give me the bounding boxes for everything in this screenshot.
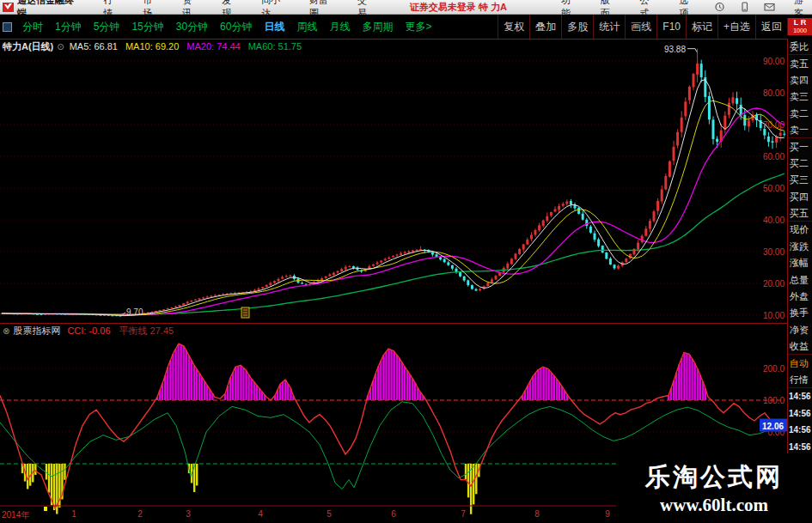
- period-button-2[interactable]: 5分钟: [88, 20, 126, 34]
- toolbar-button-0[interactable]: 复权: [498, 15, 529, 39]
- sidebar-row-0[interactable]: 委比: [788, 39, 812, 55]
- svg-text:30.00: 30.00: [763, 247, 785, 257]
- svg-text:10.00: 10.00: [763, 311, 785, 320]
- sidebar-row-6[interactable]: 买一: [788, 138, 812, 155]
- toolbar-button-5[interactable]: F10: [656, 15, 686, 39]
- sidebar-row-8[interactable]: 买三: [788, 172, 812, 188]
- period-button-9[interactable]: 多周期: [356, 20, 399, 34]
- lr-badge[interactable]: L R 1000: [787, 18, 812, 35]
- mail-icon[interactable]: [764, 2, 775, 12]
- svg-text:9.70: 9.70: [126, 307, 143, 317]
- period-button-4[interactable]: 30分钟: [170, 20, 214, 34]
- sidebar-quote-label[interactable]: 行情: [788, 372, 812, 388]
- sidebar-row-15[interactable]: 外盘: [788, 289, 812, 305]
- sidebar-row-2[interactable]: 卖四: [788, 72, 812, 88]
- sidebar-row-5[interactable]: 卖一: [788, 122, 812, 138]
- indicator-header: ⊗ 股票指标网 CCI: -0.06 平衡线 27.45: [0, 324, 787, 338]
- period-button-6[interactable]: 日线: [258, 20, 290, 34]
- sidebar-row-9[interactable]: 买四: [788, 189, 812, 205]
- toolbar-right-buttons: 复权叠加多股统计画线F10标记+自选返回: [498, 15, 787, 39]
- window-icon[interactable]: [3, 22, 12, 32]
- quote-sidebar: 委比卖五卖四卖三卖二卖一买一买二买三买四买五现价涨跌涨幅总量外盘换手净资收益自动…: [787, 39, 812, 523]
- svg-text:100.0: 100.0: [763, 396, 785, 405]
- sidebar-row-3[interactable]: 卖三: [788, 88, 812, 105]
- period-button-8[interactable]: 月线: [323, 20, 356, 34]
- sidebar-time-3: 14:56: [788, 438, 812, 454]
- sidebar-row-16[interactable]: 换手: [788, 305, 812, 321]
- ma-label-0: MA5: 66.81: [70, 41, 118, 52]
- svg-text:200.0: 200.0: [763, 364, 785, 374]
- sidebar-time-1: 14:56: [788, 405, 812, 422]
- x-axis-month-0: 1: [71, 509, 76, 519]
- toolbar-button-1[interactable]: 叠加: [529, 15, 561, 39]
- watermark: 乐淘公式网 www.60lt.com: [616, 453, 812, 523]
- period-button-0[interactable]: 分时: [16, 20, 49, 34]
- ma-labels: MA5: 66.81MA10: 69.20MA20: 74.44MA60: 51…: [70, 41, 309, 52]
- toolbar-button-7[interactable]: +自选: [717, 15, 755, 39]
- period-button-3[interactable]: 15分钟: [125, 20, 169, 34]
- svg-text:12.06: 12.06: [762, 422, 784, 431]
- svg-text:50.00: 50.00: [763, 184, 785, 193]
- ma-label-2: MA20: 74.44: [186, 41, 240, 52]
- ma-label-3: MA60: 51.75: [248, 41, 302, 52]
- svg-text:60.00: 60.00: [763, 152, 785, 161]
- sidebar-row-17[interactable]: 净资: [788, 322, 812, 338]
- sidebar-auto-label[interactable]: 自动: [788, 355, 812, 371]
- sidebar-row-12[interactable]: 涨跌: [788, 239, 812, 255]
- watermark-url: www.60lt.com: [660, 495, 768, 516]
- svg-text:20.00: 20.00: [763, 279, 785, 289]
- x-axis-month-7: 8: [534, 509, 540, 519]
- menu-bar: 通达信金融终端 行情市场资讯发现问小达财富圈交易 证券交易未登录 特 力A 功能…: [0, 0, 812, 15]
- svg-text:80.00: 80.00: [763, 88, 785, 98]
- chart-title: 特力A(日线): [3, 40, 53, 53]
- sidebar-time-0: 14:56: [788, 388, 812, 404]
- sidebar-row-14[interactable]: 总量: [788, 271, 812, 288]
- period-button-7[interactable]: 周线: [290, 20, 323, 34]
- period-button-10[interactable]: 更多>: [399, 20, 437, 34]
- svg-text:90.00: 90.00: [763, 57, 785, 66]
- x-axis-month-6: 7: [461, 509, 466, 519]
- svg-text:40.00: 40.00: [763, 216, 785, 225]
- terminal-window: 通达信金融终端 行情市场资讯发现问小达财富圈交易 证券交易未登录 特 力A 功能…: [0, 0, 812, 523]
- x-axis-year: 2014年: [2, 509, 29, 521]
- toolbar-button-2[interactable]: 多股: [561, 15, 593, 39]
- main-candle-chart[interactable]: 90.0080.0070.0060.0050.0040.0030.0020.00…: [0, 39, 787, 323]
- phone-icon[interactable]: [739, 2, 750, 12]
- period-toolbar: 分时1分钟5分钟15分钟30分钟60分钟日线周线月线多周期更多> 复权叠加多股统…: [0, 15, 812, 39]
- x-axis-month-4: 5: [327, 509, 332, 519]
- sidebar-row-7[interactable]: 买二: [788, 155, 812, 172]
- indicator-name[interactable]: 股票指标网: [13, 325, 60, 338]
- main-chart-header: 特力A(日线) ⊙ MA5: 66.81MA10: 69.20MA20: 74.…: [3, 40, 309, 52]
- eye-icon[interactable]: ⊙: [57, 42, 64, 52]
- svg-text:93.88: 93.88: [664, 45, 686, 54]
- x-axis-month-5: 6: [391, 509, 396, 519]
- sidebar-row-11[interactable]: 现价: [788, 222, 812, 238]
- period-button-1[interactable]: 1分钟: [49, 20, 88, 34]
- x-axis-month-8: 9: [605, 509, 610, 519]
- service-icon[interactable]: [714, 2, 725, 12]
- sidebar-time-2: 14:56: [788, 422, 812, 438]
- sidebar-row-4[interactable]: 卖二: [788, 106, 812, 122]
- collapse-icon[interactable]: ⊗: [3, 326, 9, 336]
- sidebar-row-1[interactable]: 卖五: [788, 55, 812, 71]
- svg-text:70.00: 70.00: [763, 120, 785, 130]
- toolbar-button-3[interactable]: 统计: [593, 15, 625, 39]
- sidebar-row-18[interactable]: 收益: [788, 338, 812, 355]
- x-axis-month-3: 4: [258, 509, 263, 519]
- toolbar-button-4[interactable]: 画线: [625, 15, 656, 39]
- app-logo-icon: [3, 3, 14, 12]
- balance-line-label: 平衡线 27.45: [119, 325, 174, 338]
- login-status[interactable]: 证券交易未登录 特 力A: [410, 1, 507, 14]
- sidebar-row-13[interactable]: 涨幅: [788, 255, 812, 271]
- event-marker-icon: [44, 507, 47, 511]
- period-button-5[interactable]: 60分钟: [214, 20, 258, 34]
- sidebar-row-10[interactable]: 买五: [788, 205, 812, 222]
- watermark-site-name: 乐淘公式网: [645, 460, 783, 495]
- toolbar-button-6[interactable]: 标记: [686, 15, 717, 39]
- toolbar-button-8[interactable]: 返回: [755, 15, 787, 39]
- x-axis-month-1: 2: [137, 509, 143, 519]
- period-buttons: 分时1分钟5分钟15分钟30分钟60分钟日线周线月线多周期更多>: [16, 20, 437, 34]
- cci-value-label: CCI: -0.06: [67, 325, 110, 336]
- x-axis-month-2: 3: [186, 509, 191, 519]
- ma-label-1: MA10: 69.20: [125, 41, 179, 52]
